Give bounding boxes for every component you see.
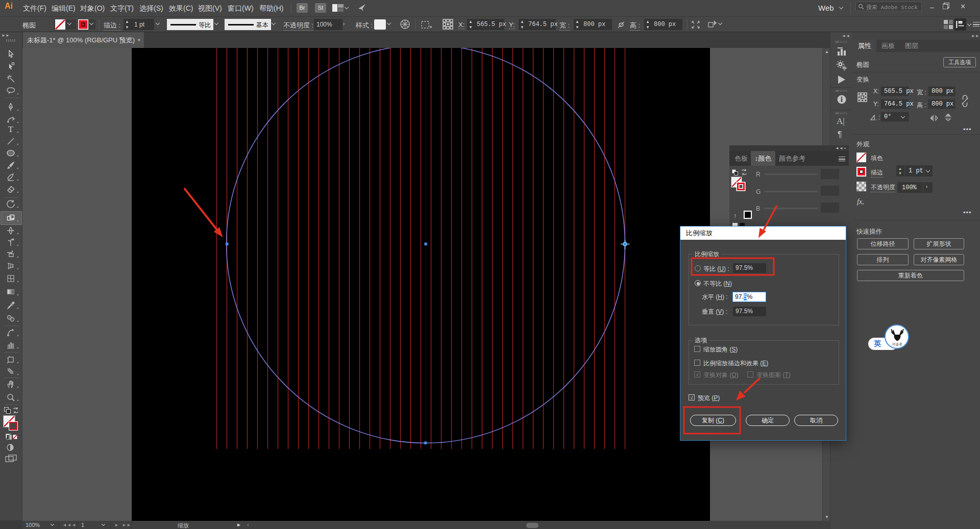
svg-text:T: T	[8, 125, 14, 133]
svg-text:行走者: 行走者	[892, 342, 902, 346]
